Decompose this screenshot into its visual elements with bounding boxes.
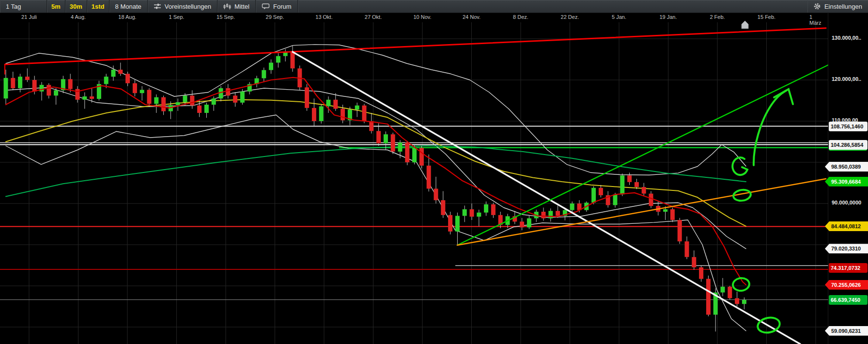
candle — [606, 191, 610, 208]
date-label: 5 Jan. — [612, 14, 626, 20]
candle — [61, 76, 65, 94]
candle — [527, 216, 531, 229]
date-label: 27 Okt. — [365, 14, 382, 20]
mittel-button[interactable]: Mittel — [217, 0, 256, 13]
sma50-yellow — [6, 100, 746, 226]
candle — [190, 90, 194, 109]
candle — [40, 82, 44, 100]
candle — [204, 103, 209, 118]
price-badge: 59.090,6231 — [825, 326, 868, 336]
candle — [434, 177, 438, 203]
einstellungen-label: Einstellungen — [824, 3, 862, 10]
timeframe-1tag-button[interactable]: 1 Tag — [0, 0, 47, 13]
mittel-label: Mittel — [234, 3, 249, 10]
candle — [391, 133, 395, 154]
candle — [283, 49, 288, 62]
candle — [219, 86, 223, 101]
date-label: 19 Jan. — [659, 14, 677, 20]
candle — [291, 46, 295, 72]
forum-label: Forum — [273, 3, 292, 10]
candle — [369, 113, 373, 134]
candle — [161, 95, 166, 115]
sma200-green — [6, 146, 746, 197]
price-badge: 104.286,5854 — [829, 140, 868, 150]
price-badge: 70.255,0626 — [825, 280, 868, 290]
candle — [212, 96, 216, 111]
ema-red — [6, 78, 746, 285]
candle — [491, 203, 496, 218]
candle — [319, 104, 324, 124]
price-badge: 74.317,0732 — [829, 263, 868, 273]
candle — [305, 84, 309, 111]
candle — [276, 53, 280, 68]
date-axis: 21 Juli4 Aug.18 Aug.1 Sep.15 Sep.29 Sep.… — [0, 13, 828, 22]
date-label: 1 Sep. — [169, 14, 185, 20]
einstellungen-button[interactable]: Einstellungen — [807, 0, 868, 13]
candle — [312, 98, 316, 126]
candle — [470, 203, 474, 220]
speech-bubble-icon — [262, 3, 270, 10]
candle — [147, 88, 152, 107]
voreinstellungen-button[interactable]: Voreinstellungen — [148, 0, 217, 13]
date-label: 21 Juli — [21, 14, 37, 20]
candle — [620, 173, 624, 196]
candle — [692, 250, 696, 270]
candle — [685, 236, 689, 259]
chart-canvas[interactable] — [0, 0, 868, 344]
gridlines — [0, 22, 828, 344]
date-label: 8 Dez. — [513, 14, 528, 20]
candlestick-icon — [223, 3, 231, 10]
circle-band-end — [732, 157, 747, 175]
candle — [599, 185, 603, 198]
sliders-icon — [154, 3, 161, 10]
candle — [419, 146, 424, 169]
date-label: 13 Okt. — [315, 14, 332, 20]
candle — [463, 205, 467, 222]
white-breakdown-trendline — [293, 52, 800, 344]
price-axis: 130.000,00..120.000,00..110.000,0090.000… — [828, 13, 868, 344]
candle — [706, 276, 711, 316]
candle — [520, 218, 524, 231]
price-label: 130.000,00.. — [832, 35, 861, 41]
candle — [82, 93, 87, 109]
candle — [441, 191, 445, 218]
price-label: 90.000,0000 — [832, 200, 861, 205]
candle — [125, 72, 130, 86]
candle — [405, 141, 409, 165]
candle — [46, 83, 51, 99]
timeframe-1std-button[interactable]: 1std — [87, 0, 109, 13]
bollinger-upper-band — [6, 45, 746, 175]
price-label: 120.000,00.. — [832, 76, 861, 82]
toolbar: 1 Tag 5m 30m 1std 8 Monate Voreinstellun… — [0, 0, 868, 13]
candle — [448, 212, 452, 235]
candle — [76, 86, 80, 103]
range-8monate-button[interactable]: 8 Monate — [109, 0, 148, 13]
candle — [154, 94, 158, 113]
candle — [642, 183, 646, 196]
candle — [742, 297, 746, 310]
candle — [728, 286, 732, 299]
timeframe-30m-button[interactable]: 30m — [65, 0, 87, 13]
timeframe-5m-button[interactable]: 5m — [47, 0, 65, 13]
candle — [248, 82, 252, 94]
date-label: 29 Sep. — [266, 14, 284, 20]
date-label: 2 Feb. — [710, 14, 725, 20]
candle — [548, 208, 553, 221]
candle — [54, 88, 58, 105]
candle — [255, 76, 259, 88]
forum-button[interactable]: Forum — [256, 0, 298, 13]
indicator-lines — [6, 45, 746, 331]
green-ascending-trendline — [457, 65, 828, 245]
candle — [140, 86, 144, 101]
candle — [678, 218, 682, 244]
red-resistance-trendline — [5, 28, 826, 64]
date-label: 10 Nov. — [413, 14, 431, 20]
date-label: 18 Aug. — [118, 14, 136, 20]
candle — [97, 81, 101, 101]
date-label: 22 Dez. — [561, 14, 579, 20]
toolbar-spacer — [298, 0, 807, 13]
price-badge: 98.950,0389 — [825, 162, 868, 172]
candle — [455, 213, 460, 245]
candle — [477, 210, 481, 226]
candle — [649, 191, 653, 208]
